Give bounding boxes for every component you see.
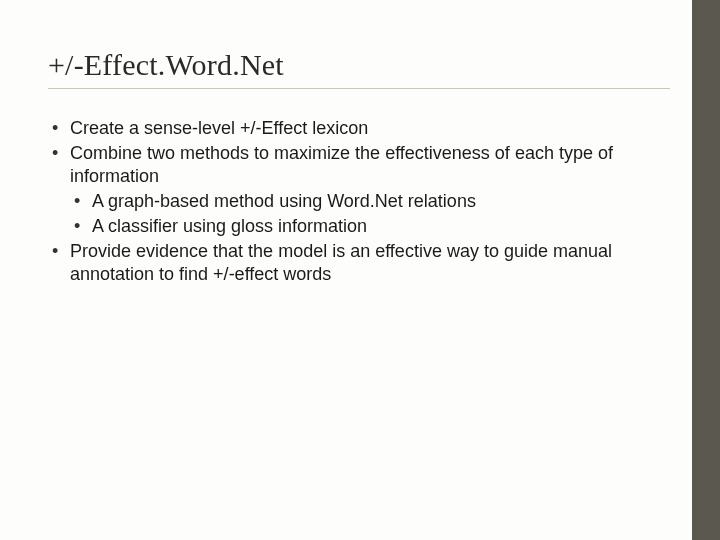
side-stripe <box>692 0 720 540</box>
slide: +/-Effect.Word.Net Create a sense-level … <box>0 0 720 540</box>
title-rule <box>48 88 670 89</box>
list-item: Combine two methods to maximize the effe… <box>48 142 670 238</box>
bullet-text: Create a sense-level +/-Effect lexicon <box>70 118 368 138</box>
bullet-text: A graph-based method using Word.Net rela… <box>92 191 476 211</box>
list-item: Provide evidence that the model is an ef… <box>48 240 670 286</box>
sub-bullet-list: A graph-based method using Word.Net rela… <box>70 190 670 238</box>
list-item: A graph-based method using Word.Net rela… <box>70 190 670 213</box>
bullet-text: A classifier using gloss information <box>92 216 367 236</box>
list-item: Create a sense-level +/-Effect lexicon <box>48 117 670 140</box>
slide-title: +/-Effect.Word.Net <box>48 48 670 82</box>
bullet-list: Create a sense-level +/-Effect lexicon C… <box>48 117 670 286</box>
bullet-text: Combine two methods to maximize the effe… <box>70 143 613 186</box>
bullet-text: Provide evidence that the model is an ef… <box>70 241 612 284</box>
slide-content: +/-Effect.Word.Net Create a sense-level … <box>48 48 670 288</box>
list-item: A classifier using gloss information <box>70 215 670 238</box>
